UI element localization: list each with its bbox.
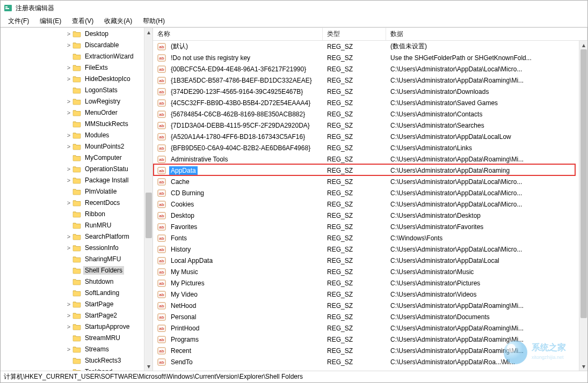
expander-icon[interactable]: > xyxy=(65,177,72,183)
list-rows[interactable]: ab(默认)REG_SZ(数值未设置)ab!Do not use this re… xyxy=(153,41,579,371)
list-row[interactable]: abCookiesREG_SZC:\Users\Administrator\Ap… xyxy=(153,198,579,210)
list-row[interactable]: abLocal AppDataREG_SZC:\Users\Administra… xyxy=(153,255,579,266)
list-row[interactable]: abAdministrative ToolsREG_SZC:\Users\Adm… xyxy=(153,153,579,165)
list-row[interactable]: abNetHoodREG_SZC:\Users\Administrator\Ap… xyxy=(153,300,579,311)
list-row[interactable]: abDesktopREG_SZC:\Users\Administrator\De… xyxy=(153,210,579,221)
tree-item[interactable]: >RunMRU xyxy=(1,219,144,231)
tree-item[interactable]: >StuckRects3 xyxy=(1,355,144,366)
tree-item[interactable]: >Streams xyxy=(1,343,144,355)
list-row[interactable]: abMy VideoREG_SZC:\Users\Administrator\V… xyxy=(153,289,579,300)
column-header-type[interactable]: 类型 xyxy=(323,28,386,40)
tree-item[interactable]: >Modules xyxy=(1,129,144,141)
list-row[interactable]: abMy MusicREG_SZC:\Users\Administrator\M… xyxy=(153,266,579,277)
list-row[interactable]: ab{A520A1A4-1780-4FF6-BD18-167343C5AF16}… xyxy=(153,131,579,142)
tree-item[interactable]: >LogonStats xyxy=(1,84,144,95)
tree-item[interactable]: >SessionInfo xyxy=(1,242,144,253)
scroll-down-icon[interactable]: ▾ xyxy=(144,362,153,371)
list-row[interactable]: abFavoritesREG_SZC:\Users\Administrator\… xyxy=(153,221,579,232)
expander-icon[interactable]: > xyxy=(65,312,72,319)
menu-help[interactable]: 帮助(H) xyxy=(137,16,170,27)
tree-item[interactable]: >LowRegistry xyxy=(1,95,144,107)
list-row[interactable]: abProgramsREG_SZC:\Users\Administrator\A… xyxy=(153,334,579,345)
expander-icon[interactable]: > xyxy=(65,245,72,251)
tree-item[interactable]: >StartPage2 xyxy=(1,310,144,321)
menu-file[interactable]: 文件(F) xyxy=(3,16,34,27)
expander-icon[interactable]: > xyxy=(65,76,72,82)
tree-item[interactable]: >MyComputer xyxy=(1,152,144,163)
list-row[interactable]: ab!Do not use this registry keyREG_SZUse… xyxy=(153,52,579,63)
list-row[interactable]: ab{BFB9D5E0-C6A9-404C-B2B2-AE6DB6AF4968}… xyxy=(153,142,579,153)
expander-icon[interactable]: > xyxy=(65,346,72,352)
list-row[interactable]: abFontsREG_SZC:\Windows\Fonts xyxy=(153,232,579,244)
scroll-thumb[interactable] xyxy=(580,49,587,318)
list-row[interactable]: ab{7D1D3A04-DEBB-4115-95CF-2F29DA2920DA}… xyxy=(153,120,579,131)
list-row[interactable]: abCD BurningREG_SZC:\Users\Administrator… xyxy=(153,187,579,198)
menu-view[interactable]: 查看(V) xyxy=(67,16,99,27)
scroll-track[interactable] xyxy=(144,36,153,362)
scroll-thumb[interactable] xyxy=(146,193,152,238)
tree-scroll[interactable]: >Desktop>Discardable>ExtractionWizard>Fi… xyxy=(1,28,144,371)
list-row[interactable]: abHistoryREG_SZC:\Users\Administrator\Ap… xyxy=(153,244,579,255)
list-row[interactable]: abSendToREG_SZC:\Users\Administrator\App… xyxy=(153,356,579,367)
tree-item[interactable]: >SharingMFU xyxy=(1,253,144,264)
cell-type: REG_SZ xyxy=(323,325,386,332)
tree-item[interactable]: >OperationStatu xyxy=(1,163,144,174)
tree-item[interactable]: >Shell Folders xyxy=(1,264,144,276)
tree-item[interactable]: >SoftLanding xyxy=(1,287,144,298)
expander-icon[interactable]: > xyxy=(65,109,72,116)
list-row[interactable]: ab{4C5C32FF-BB9D-43B0-B5B4-2D72E54EAAA4}… xyxy=(153,97,579,108)
expander-icon[interactable]: > xyxy=(65,64,72,71)
tree-item[interactable]: >StreamMRU xyxy=(1,332,144,343)
expander-icon[interactable]: > xyxy=(65,132,72,138)
tree-item[interactable]: >Package Install xyxy=(1,174,144,186)
expander-icon[interactable]: > xyxy=(65,200,72,206)
scroll-track[interactable] xyxy=(579,49,588,362)
expander-icon[interactable]: > xyxy=(65,323,72,330)
list-vertical-scrollbar[interactable]: ▴ ▾ xyxy=(579,41,587,371)
tree-item[interactable]: >RecentDocs xyxy=(1,197,144,208)
scroll-down-icon[interactable]: ▾ xyxy=(579,362,588,371)
titlebar[interactable]: 注册表编辑器 xyxy=(1,1,587,16)
list-row[interactable]: abMy PicturesREG_SZC:\Users\Administrato… xyxy=(153,277,579,289)
tree-item[interactable]: >StartupApprove xyxy=(1,321,144,332)
expander-icon[interactable]: > xyxy=(65,42,72,48)
tree-item[interactable]: >SearchPlatform xyxy=(1,231,144,242)
menu-edit[interactable]: 编辑(E) xyxy=(34,16,67,27)
list-row[interactable]: ab{00BCFC5A-ED94-4E48-96A1-3F6217F21990}… xyxy=(153,63,579,75)
list-row[interactable]: ab{56784854-C6CB-462B-8169-88E350ACB882}… xyxy=(153,108,579,120)
list-row[interactable]: abPersonalREG_SZC:\Users\Administrator\D… xyxy=(153,311,579,322)
tree-item[interactable]: >StartPage xyxy=(1,298,144,310)
column-header-name[interactable]: 名称 xyxy=(153,28,323,40)
list-row[interactable]: ab{1B3EA5DC-B587-4786-B4EF-BD1DC332AEAE}… xyxy=(153,75,579,86)
list-row[interactable]: ab{374DE290-123F-4565-9164-39C4925E467B}… xyxy=(153,86,579,97)
tree-item[interactable]: >Desktop xyxy=(1,28,144,39)
tree-item[interactable]: >MountPoints2 xyxy=(1,141,144,152)
tree-item[interactable]: >ExtractionWizard xyxy=(1,50,144,62)
tree-item[interactable]: >MMStuckRects xyxy=(1,118,144,129)
tree-item[interactable]: >FileExts xyxy=(1,62,144,73)
list-row[interactable]: abAppDataREG_SZC:\Users\Administrator\Ap… xyxy=(153,165,579,176)
tree-item[interactable]: >Shutdown xyxy=(1,276,144,287)
list-row[interactable]: abRecentREG_SZC:\Users\Administrator\App… xyxy=(153,345,579,356)
expander-icon[interactable]: > xyxy=(65,166,72,172)
tree-item[interactable]: >HideDesktopIco xyxy=(1,73,144,84)
expander-icon[interactable]: > xyxy=(65,143,72,150)
tree-item[interactable]: >Ribbon xyxy=(1,208,144,219)
tree-item[interactable]: >Discardable xyxy=(1,39,144,50)
list-row[interactable]: ab(默认)REG_SZ(数值未设置) xyxy=(153,41,579,52)
list-row[interactable]: abCacheREG_SZC:\Users\Administrator\AppD… xyxy=(153,176,579,187)
tree-item[interactable]: >MenuOrder xyxy=(1,107,144,118)
scroll-up-icon[interactable]: ▴ xyxy=(144,28,153,36)
tree-vertical-scrollbar[interactable]: ▴ ▾ xyxy=(144,28,153,371)
list-header: 名称 类型 数据 xyxy=(153,28,587,41)
list-row[interactable]: abPrintHoodREG_SZC:\Users\Administrator\… xyxy=(153,322,579,334)
tree-item[interactable]: >Taskband xyxy=(1,366,144,371)
expander-icon[interactable]: > xyxy=(65,233,72,240)
expander-icon[interactable]: > xyxy=(65,301,72,307)
column-header-data[interactable]: 数据 xyxy=(386,28,587,40)
expander-icon[interactable]: > xyxy=(65,98,72,105)
scroll-up-icon[interactable]: ▴ xyxy=(579,41,588,49)
expander-icon[interactable]: > xyxy=(65,31,72,37)
tree-item[interactable]: >PlmVolatile xyxy=(1,186,144,197)
menu-fav[interactable]: 收藏夹(A) xyxy=(99,16,137,27)
